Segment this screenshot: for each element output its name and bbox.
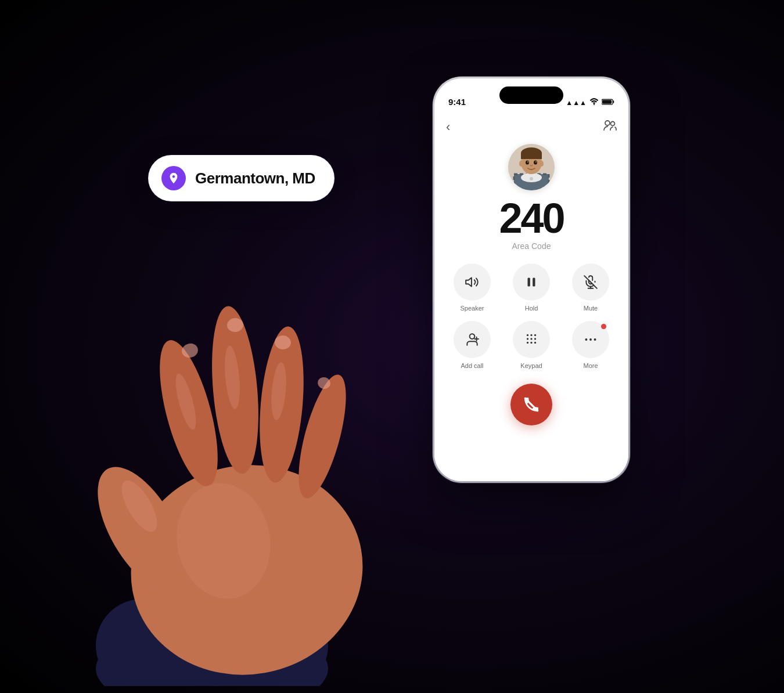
mute-label: Mute — [584, 305, 598, 312]
svg-point-31 — [526, 161, 529, 165]
svg-point-50 — [527, 338, 528, 340]
svg-rect-20 — [602, 100, 612, 104]
more-button[interactable]: More — [564, 321, 617, 369]
mute-circle — [572, 264, 609, 301]
status-time: 9:41 — [448, 97, 466, 107]
svg-point-35 — [519, 161, 523, 167]
keypad-circle — [513, 321, 550, 358]
signal-icon: ▲▲▲ — [566, 99, 587, 107]
status-icons: ▲▲▲ — [566, 98, 614, 107]
more-icon — [583, 332, 598, 347]
svg-rect-39 — [528, 277, 530, 286]
svg-point-32 — [534, 161, 537, 165]
svg-point-21 — [605, 121, 610, 125]
location-pin-icon — [161, 166, 186, 190]
svg-rect-30 — [521, 153, 542, 159]
end-call-icon — [522, 395, 541, 414]
more-circle — [572, 321, 609, 358]
hand-illustration — [84, 193, 491, 686]
svg-point-56 — [585, 338, 587, 341]
mute-icon — [583, 275, 598, 290]
scene: Germantown, MD — [131, 42, 653, 651]
svg-point-49 — [534, 334, 536, 336]
svg-point-53 — [527, 342, 528, 344]
keypad-label: Keypad — [520, 362, 542, 369]
svg-point-17 — [594, 104, 595, 105]
svg-point-48 — [530, 334, 532, 336]
hold-button[interactable]: Hold — [505, 264, 558, 312]
svg-rect-19 — [613, 100, 614, 103]
hold-icon — [524, 275, 539, 290]
area-code-number: 240 — [499, 197, 563, 239]
svg-point-52 — [534, 338, 536, 340]
contact-icon[interactable] — [603, 119, 617, 135]
svg-point-22 — [611, 122, 615, 126]
location-badge[interactable]: Germantown, MD — [148, 155, 335, 201]
phone-nav: ‹ — [434, 116, 628, 141]
keypad-icon — [524, 332, 539, 347]
keypad-button[interactable]: Keypad — [505, 321, 558, 369]
svg-point-37 — [530, 177, 533, 181]
more-label: More — [583, 362, 598, 369]
dynamic-island — [499, 86, 563, 104]
svg-point-34 — [535, 161, 537, 163]
end-call-button[interactable] — [510, 384, 552, 425]
battery-icon — [602, 99, 614, 107]
wifi-icon — [589, 98, 599, 107]
svg-point-54 — [530, 342, 532, 344]
svg-point-58 — [594, 338, 596, 341]
hold-label: Hold — [525, 305, 538, 312]
svg-rect-40 — [533, 277, 535, 286]
svg-point-57 — [589, 338, 592, 341]
location-text: Germantown, MD — [195, 169, 315, 187]
svg-point-33 — [527, 161, 528, 163]
avatar — [508, 144, 555, 190]
back-button[interactable]: ‹ — [446, 120, 450, 135]
svg-point-36 — [540, 161, 544, 167]
svg-point-55 — [534, 342, 536, 344]
svg-point-47 — [527, 334, 528, 336]
notification-dot — [601, 324, 606, 329]
area-code-label: Area Code — [512, 241, 551, 251]
mute-button[interactable]: Mute — [564, 264, 617, 312]
svg-point-51 — [530, 338, 532, 340]
hold-circle — [513, 264, 550, 301]
